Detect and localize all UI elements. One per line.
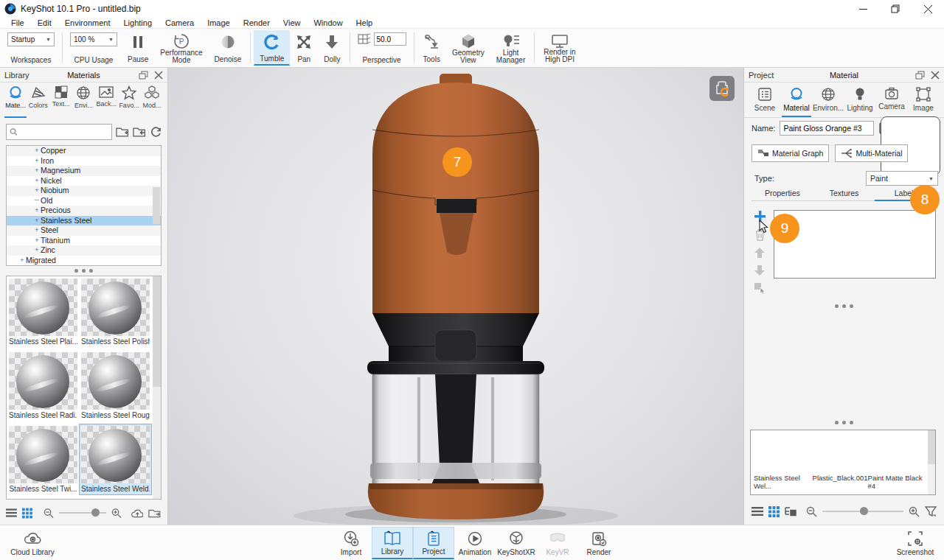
- realtime-viewport[interactable]: 7: [168, 68, 743, 525]
- tree-item-steel[interactable]: +Steel: [7, 225, 161, 236]
- tree-item-old[interactable]: ┄Old: [7, 196, 161, 206]
- tree-scrollbar[interactable]: [153, 187, 160, 224]
- tab-materials[interactable]: Mate...: [4, 85, 27, 118]
- library-toggle-button[interactable]: Library: [372, 527, 413, 559]
- perspective-input[interactable]: [374, 32, 406, 46]
- close-panel-icon[interactable]: [154, 71, 163, 80]
- pause-button[interactable]: Pause: [122, 30, 154, 66]
- splitter-handle[interactable]: [744, 304, 944, 308]
- tab-image[interactable]: Image: [909, 85, 938, 117]
- light-manager-button[interactable]: Light Manager: [490, 30, 531, 66]
- labels-list[interactable]: [774, 210, 936, 279]
- workspaces-dropdown[interactable]: Startup▼ Workspaces: [3, 30, 59, 66]
- zoom-in-icon[interactable]: [909, 506, 920, 517]
- tree-item-stainless-steel[interactable]: +Stainless Steel: [7, 216, 161, 226]
- menu-help[interactable]: Help: [350, 18, 380, 27]
- apply-label-icon[interactable]: [754, 282, 766, 294]
- import-button[interactable]: Import: [330, 527, 372, 559]
- export-folder-icon[interactable]: [148, 508, 162, 519]
- cloud-library-button[interactable]: Cloud Library: [9, 527, 56, 559]
- cpu-usage-dropdown[interactable]: 100 %▼ CPU Usage: [66, 30, 122, 66]
- tab-lighting[interactable]: Lighting: [845, 85, 875, 117]
- tab-material[interactable]: Material: [782, 85, 811, 117]
- pan-button[interactable]: Pan: [290, 30, 318, 66]
- menu-render[interactable]: Render: [237, 18, 277, 27]
- tumble-button[interactable]: Tumble: [254, 30, 290, 66]
- move-label-up-icon[interactable]: [754, 247, 766, 259]
- material-thumb-selected[interactable]: Stainless Steel Weld...: [80, 424, 151, 494]
- tree-view-icon[interactable]: [785, 506, 796, 517]
- grid-view-icon[interactable]: [768, 506, 780, 517]
- tree-item-niobium[interactable]: +Niobium: [7, 186, 161, 196]
- close-panel-icon[interactable]: [931, 71, 940, 80]
- tab-backplates[interactable]: Back...: [95, 85, 117, 118]
- material-thumb[interactable]: Stainless Steel Radi...: [7, 351, 79, 421]
- material-thumb[interactable]: Stainless Steel Plai...: [7, 277, 79, 347]
- materials-scrollbar[interactable]: [928, 430, 935, 494]
- grid-view-icon[interactable]: [22, 508, 32, 519]
- material-thumb[interactable]: Stainless Steel Twi...: [7, 424, 79, 494]
- subtab-textures[interactable]: Textures: [813, 189, 875, 201]
- geometry-view-button[interactable]: Geometry View: [446, 30, 490, 66]
- subtab-properties[interactable]: Properties: [752, 189, 813, 201]
- scene-material-name[interactable]: Plastic_Black.001: [813, 474, 868, 490]
- tab-favorites[interactable]: Favo...: [118, 85, 140, 118]
- material-thumb[interactable]: Stainless Steel Rough: [80, 351, 151, 421]
- list-view-icon[interactable]: [6, 508, 17, 518]
- move-label-down-icon[interactable]: [754, 265, 766, 276]
- tab-environment[interactable]: Environ...: [813, 85, 843, 117]
- undock-panel-icon[interactable]: [139, 71, 148, 80]
- tab-scene[interactable]: Scene: [750, 85, 780, 117]
- menu-edit[interactable]: Edit: [31, 18, 58, 27]
- import-folder-icon[interactable]: [133, 126, 146, 138]
- scene-material-name[interactable]: Paint Matte Black #4: [868, 474, 925, 490]
- menu-view[interactable]: View: [277, 18, 308, 27]
- tab-textures[interactable]: Text...: [50, 85, 72, 118]
- dolly-button[interactable]: Dolly: [318, 30, 346, 66]
- close-button[interactable]: [912, 0, 944, 18]
- tree-item-zinc[interactable]: +Zinc: [7, 245, 161, 256]
- tree-item-migrated[interactable]: +Migrated: [7, 256, 161, 266]
- add-folder-icon[interactable]: [116, 126, 129, 138]
- thumbnail-size-slider[interactable]: [59, 512, 106, 514]
- menu-camera[interactable]: Camera: [159, 18, 201, 27]
- thumbnail-size-slider[interactable]: [822, 511, 903, 512]
- material-name-input[interactable]: [780, 121, 874, 136]
- tree-item-miscellaneous[interactable]: +Miscellaneous: [7, 265, 161, 266]
- material-type-dropdown[interactable]: Paint ▼: [866, 171, 938, 186]
- scene-material-name[interactable]: Stainless Steel Wel...: [754, 474, 813, 490]
- performance-mode-button[interactable]: P Performance Mode: [154, 30, 208, 66]
- tree-item-copper[interactable]: +Copper: [7, 146, 161, 156]
- tree-item-iron[interactable]: +Iron: [7, 156, 161, 167]
- render-high-dpi-button[interactable]: Render in High DPI: [538, 30, 581, 66]
- refresh-icon[interactable]: [150, 126, 162, 138]
- tab-camera[interactable]: Camera: [877, 85, 906, 117]
- screenshot-button[interactable]: Screenshot: [891, 527, 940, 559]
- grid-scrollbar[interactable]: [153, 276, 161, 499]
- tools-button[interactable]: Tools: [417, 30, 446, 66]
- minimize-button[interactable]: [847, 0, 879, 18]
- menu-window[interactable]: Window: [307, 18, 349, 27]
- tab-environments[interactable]: Envi...: [72, 85, 94, 118]
- tab-models[interactable]: Mod...: [141, 85, 163, 118]
- zoom-in-icon[interactable]: [111, 508, 122, 519]
- tree-item-nickel[interactable]: +Nickel: [7, 176, 161, 186]
- tree-item-titanium[interactable]: +Titanium: [7, 236, 161, 246]
- material-graph-button[interactable]: Material Graph: [752, 144, 829, 162]
- denoise-button[interactable]: Denoise: [209, 30, 248, 66]
- zoom-out-icon[interactable]: [44, 508, 54, 519]
- scene-materials-list[interactable]: Stainless Steel Wel... Plastic_Black.001…: [750, 430, 936, 495]
- keyshotxr-button[interactable]: KeyShotXR: [496, 527, 537, 559]
- zoom-out-icon[interactable]: [806, 506, 817, 517]
- search-input[interactable]: [21, 127, 108, 136]
- menu-lighting[interactable]: Lighting: [117, 18, 159, 27]
- project-toggle-button[interactable]: Project: [413, 527, 454, 559]
- menu-environment[interactable]: Environment: [58, 18, 117, 27]
- undock-panel-icon[interactable]: [915, 71, 925, 80]
- multi-material-button[interactable]: Multi-Material: [835, 144, 908, 162]
- tab-colors[interactable]: Colors: [27, 85, 49, 118]
- filter-icon[interactable]: [925, 506, 937, 517]
- splitter-handle[interactable]: [0, 269, 167, 273]
- tree-item-magnesium[interactable]: +Magnesium: [7, 166, 161, 176]
- camera-sync-button[interactable]: [709, 76, 735, 101]
